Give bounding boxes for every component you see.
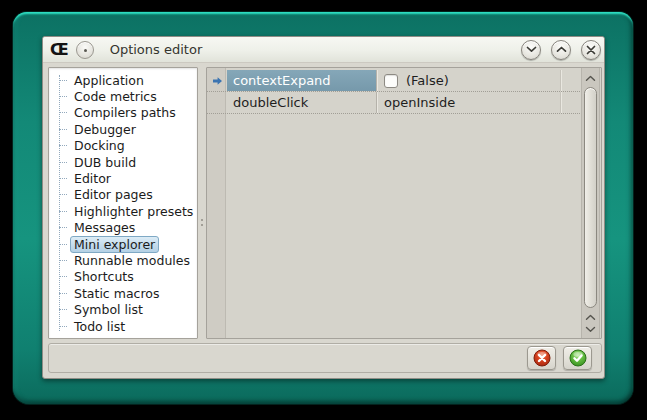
sidebar-item-compilers-paths[interactable]: Compilers paths xyxy=(59,105,195,121)
window-controls xyxy=(521,40,601,60)
property-row[interactable]: contextExpand (False) xyxy=(207,70,580,92)
row-marker-cell xyxy=(207,92,227,113)
property-name-cell[interactable]: contextExpand xyxy=(227,70,377,91)
splitter-handle[interactable] xyxy=(198,67,206,339)
cancel-button[interactable] xyxy=(527,346,556,370)
row-tail-cell xyxy=(560,70,580,91)
sidebar-item-label: Symbol list xyxy=(70,301,147,318)
sidebar-item-dub-build[interactable]: DUB build xyxy=(59,154,195,170)
sidebar-item-editor-pages[interactable]: Editor pages xyxy=(59,187,195,203)
sidebar-item-docking[interactable]: Docking xyxy=(59,138,195,154)
sidebar-item-application[interactable]: Application xyxy=(59,72,195,88)
row-tail-cell xyxy=(560,92,580,113)
chevron-up-icon xyxy=(556,46,567,53)
property-value-cell[interactable]: (False) xyxy=(377,70,560,91)
sidebar-item-runnable-modules[interactable]: Runnable modules xyxy=(59,252,195,268)
sidebar-item-editor[interactable]: Editor xyxy=(59,170,195,186)
window-menu-button[interactable] xyxy=(76,41,94,59)
sidebar-item-label: Docking xyxy=(70,137,129,154)
sidebar-item-messages[interactable]: Messages xyxy=(59,220,195,236)
sidebar-item-mini-explorer[interactable]: Mini explorer xyxy=(59,236,195,252)
sidebar-item-symbol-list[interactable]: Symbol list xyxy=(59,301,195,317)
footer-toolbar xyxy=(48,343,602,373)
window-frame[interactable]: Œ Options editor App xyxy=(13,12,633,404)
sidebar-item-label: Compilers paths xyxy=(70,104,180,121)
minimize-button[interactable] xyxy=(521,40,541,60)
desktop-background: Œ Options editor App xyxy=(0,0,647,420)
property-value-text: openInside xyxy=(384,95,455,110)
property-grid[interactable]: contextExpand (False) doubleClick openIn… xyxy=(206,67,602,339)
window-title: Options editor xyxy=(110,42,203,57)
sidebar-item-label: Editor pages xyxy=(70,186,157,203)
accept-button[interactable] xyxy=(563,346,592,370)
green-check-icon xyxy=(569,349,587,367)
chevron-up-icon xyxy=(585,75,596,82)
sidebar-item-label: Debugger xyxy=(70,121,140,138)
sidebar-item-label: Mini explorer xyxy=(70,236,159,253)
close-button[interactable] xyxy=(581,40,601,60)
sidebar-item-label: Code metrics xyxy=(70,88,161,105)
sidebar-item-label: Todo list xyxy=(70,318,129,335)
sidebar-item-label: Highlighter presets xyxy=(70,203,197,220)
menu-dot-icon xyxy=(84,49,87,52)
property-row[interactable]: doubleClick openInside xyxy=(207,92,580,114)
sidebar-item-label: Messages xyxy=(70,219,139,236)
chevron-down-icon xyxy=(585,326,596,333)
property-value-text: (False) xyxy=(406,73,449,88)
sidebar-item-label: DUB build xyxy=(70,154,140,171)
sidebar-item-static-macros[interactable]: Static macros xyxy=(59,285,195,301)
titlebar[interactable]: Œ Options editor xyxy=(43,37,604,63)
app-logo-icon: Œ xyxy=(50,41,68,59)
categories-tree[interactable]: Application Code metrics Compilers paths… xyxy=(48,67,198,339)
sidebar-item-label: Shortcuts xyxy=(70,268,138,285)
sidebar-item-debugger[interactable]: Debugger xyxy=(59,121,195,137)
sidebar-item-shortcuts[interactable]: Shortcuts xyxy=(59,269,195,285)
sidebar-item-code-metrics[interactable]: Code metrics xyxy=(59,88,195,104)
chevron-up-icon xyxy=(585,314,596,321)
scroll-up-button[interactable] xyxy=(582,71,599,85)
chevron-down-icon xyxy=(526,46,537,53)
scroll-down-button[interactable] xyxy=(582,322,599,336)
row-marker-cell xyxy=(207,70,227,91)
options-editor-dialog: Œ Options editor App xyxy=(42,36,605,379)
value-checkbox[interactable] xyxy=(384,74,398,88)
maximize-button[interactable] xyxy=(551,40,571,60)
sidebar-item-label: Runnable modules xyxy=(70,252,194,269)
sidebar-item-todo-list[interactable]: Todo list xyxy=(59,318,195,334)
scrollbar-thumb[interactable] xyxy=(584,87,597,308)
property-name-cell[interactable]: doubleClick xyxy=(227,92,377,113)
sidebar-item-label: Editor xyxy=(70,170,115,187)
sidebar-item-label: Static macros xyxy=(70,285,163,302)
property-value-cell[interactable]: openInside xyxy=(377,92,560,113)
sidebar-item-label: Application xyxy=(70,72,148,89)
grid-vertical-scrollbar[interactable] xyxy=(581,68,600,338)
red-cross-icon xyxy=(533,349,551,367)
blue-right-arrow-icon xyxy=(212,76,223,86)
close-icon xyxy=(586,45,596,55)
sidebar-item-highlighter-presets[interactable]: Highlighter presets xyxy=(59,203,195,219)
